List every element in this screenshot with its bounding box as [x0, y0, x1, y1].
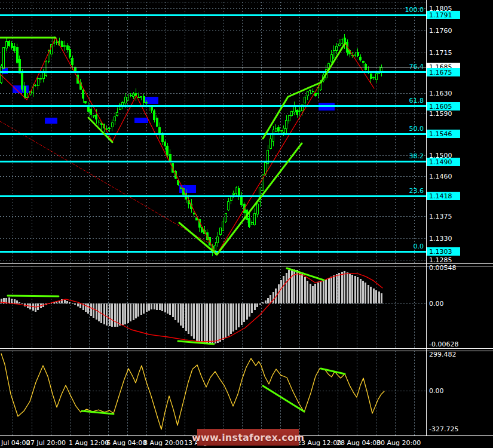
candle-body: [93, 116, 94, 116]
candle-body: [151, 108, 152, 111]
candle-body: [232, 194, 234, 195]
macd-axis-label: -0.00628: [429, 340, 458, 348]
price-tick-label: 1.1715: [429, 49, 452, 57]
macd-bar: [204, 303, 206, 344]
macd-bar: [341, 272, 343, 303]
macd-bar: [135, 303, 137, 318]
chart-canvas[interactable]: 100.076.461.850.038.223.60.01.18051.1760…: [0, 0, 493, 448]
candle-body: [278, 127, 280, 131]
candle-body: [85, 101, 87, 103]
macd-bar: [254, 303, 256, 310]
candle-body: [228, 202, 229, 210]
macd-bar: [164, 303, 166, 312]
watermark: www.instaforex.com: [197, 429, 299, 446]
macd-bar: [72, 303, 74, 304]
candle-body: [37, 79, 39, 86]
candle-body: [219, 228, 221, 235]
candle-body: [24, 86, 26, 97]
macd-bar: [206, 303, 208, 344]
candle-body: [130, 95, 131, 96]
macd-bar: [93, 303, 94, 318]
candle-body: [133, 94, 134, 97]
macd-bar: [154, 303, 155, 309]
macd-bar: [79, 303, 81, 308]
macd-divergence-line: [8, 296, 59, 296]
cci-axis-label: 0.00: [429, 387, 444, 395]
macd-bar: [222, 303, 224, 340]
macd-axis-label: 0.00548: [429, 264, 457, 272]
macd-bar: [106, 303, 108, 326]
macd-bar: [146, 303, 148, 312]
time-label: 27 Jul 20:00: [26, 439, 66, 447]
macd-bar: [193, 303, 195, 339]
candle-body: [96, 115, 97, 119]
time-label: 6 Aug 04:00: [106, 439, 146, 447]
macd-bar: [259, 303, 261, 305]
candle-body: [90, 109, 92, 115]
candle-body: [82, 90, 84, 98]
candle-body: [164, 142, 166, 146]
macd-bar: [124, 303, 126, 324]
time-label: 1 Aug 12:00: [69, 439, 109, 447]
price-tick-label: 1.1285: [429, 256, 452, 264]
fib-ratio-label: 38.2: [409, 152, 424, 160]
macd-bar: [177, 303, 179, 323]
candle-body: [3, 48, 5, 69]
macd-bar: [230, 303, 232, 334]
candle-body: [341, 39, 343, 43]
candle-body: [280, 130, 282, 131]
blue-marker: [45, 118, 57, 124]
macd-bar: [362, 281, 364, 303]
candle-body: [256, 204, 258, 214]
price-tick-label: 1.1760: [429, 27, 452, 35]
macd-bar: [188, 303, 189, 334]
macd-bar: [148, 303, 150, 311]
macd-bar: [373, 289, 375, 303]
macd-bar: [370, 287, 372, 303]
macd-bar: [354, 276, 356, 303]
candle-body: [180, 188, 182, 188]
candle-body: [222, 222, 224, 231]
macd-bar: [246, 303, 248, 320]
macd-bar: [368, 285, 369, 303]
macd-bar: [130, 303, 131, 321]
fib-ratio-label: 100.0: [405, 6, 424, 14]
cci-axis-label: 299.482: [429, 351, 457, 358]
macd-bar: [151, 303, 152, 309]
candle-body: [109, 128, 111, 128]
candle-body: [357, 53, 359, 56]
macd-bar: [111, 303, 113, 327]
candle-body: [370, 74, 372, 79]
macd-bar: [127, 303, 129, 323]
watermark-text: www.instaforex.com: [192, 432, 304, 443]
macd-bar: [336, 274, 338, 303]
candle-body: [156, 118, 158, 126]
macd-bar: [357, 277, 359, 303]
macd-bar: [217, 303, 219, 343]
macd-bar: [286, 273, 287, 303]
candle-body: [106, 128, 108, 129]
macd-bar: [74, 303, 76, 305]
macd-bar: [64, 300, 66, 303]
macd-bar: [35, 303, 36, 312]
macd-bar: [328, 278, 330, 303]
macd-bar: [159, 303, 161, 310]
candle-body: [159, 128, 161, 133]
macd-bar: [288, 270, 290, 303]
candle-body: [124, 97, 126, 103]
candle-body: [98, 121, 100, 122]
macd-bar: [365, 283, 366, 303]
macd-bar: [301, 274, 303, 303]
candle-body: [140, 96, 142, 97]
macd-bar: [87, 303, 89, 314]
candle-body: [117, 112, 118, 116]
macd-bar: [169, 303, 171, 315]
candle-body: [111, 123, 113, 127]
macd-bar: [312, 286, 314, 303]
candle-body: [373, 77, 375, 78]
candle-body: [312, 91, 314, 91]
macd-bar: [167, 303, 169, 314]
candle-body: [310, 90, 311, 91]
macd-bar: [347, 272, 348, 303]
candle-body: [360, 57, 362, 60]
